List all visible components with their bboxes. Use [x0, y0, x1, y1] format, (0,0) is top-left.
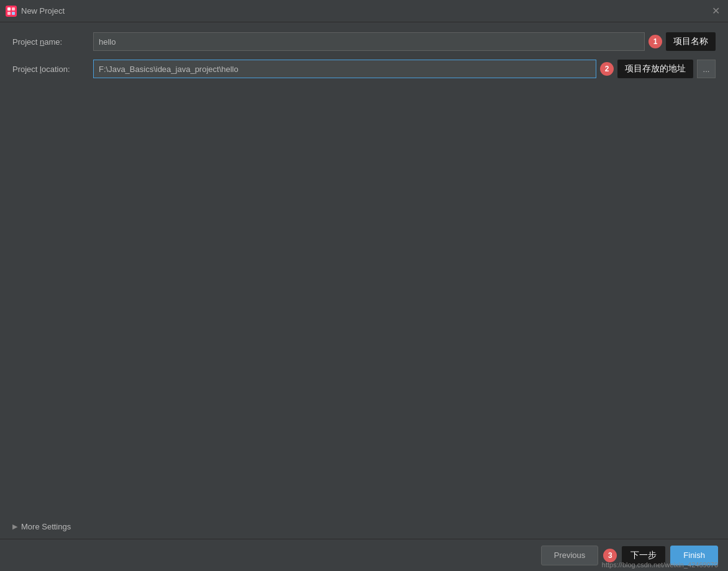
svg-rect-0 [6, 6, 17, 17]
bottom-bar: Previous 3 下一步 Finish https://blog.csdn.… [0, 539, 728, 571]
tooltip-project-name: 项目名称 [666, 32, 716, 51]
project-location-label: Project location: [12, 65, 87, 74]
new-project-dialog: New Project ✕ Project name: 1 项目名称 Proje… [0, 0, 728, 571]
url-watermark: https://blog.csdn.net/weixin_42469070 [602, 561, 718, 569]
close-button[interactable]: ✕ [708, 4, 723, 19]
app-icon [5, 5, 17, 17]
previous-button[interactable]: Previous [541, 546, 599, 565]
tooltip-project-location: 项目存放的地址 [617, 60, 693, 78]
more-settings-label: More Settings [21, 522, 71, 531]
more-settings-arrow-icon: ▶ [12, 523, 17, 531]
svg-rect-1 [7, 7, 11, 11]
badge-1: 1 [648, 35, 662, 48]
project-location-input-wrapper: 2 项目存放的地址 ... [93, 60, 716, 78]
svg-rect-2 [12, 7, 15, 11]
more-settings-row[interactable]: ▶ More Settings [12, 519, 71, 534]
project-name-row: Project name: 1 项目名称 [12, 32, 716, 51]
project-name-input[interactable] [93, 32, 645, 51]
svg-rect-4 [12, 12, 15, 15]
window-title: New Project [21, 6, 65, 16]
svg-rect-3 [7, 12, 11, 15]
title-bar: New Project ✕ [0, 0, 728, 22]
content-area: Project name: 1 项目名称 Project location: 2… [0, 22, 728, 539]
project-name-label: Project name: [12, 37, 87, 47]
badge-3: 3 [603, 549, 617, 562]
project-location-row: Project location: 2 项目存放的地址 ... [12, 60, 716, 78]
badge-2: 2 [600, 62, 614, 76]
browse-button[interactable]: ... [697, 60, 716, 78]
title-bar-left: New Project [5, 5, 65, 17]
project-name-input-wrapper: 1 项目名称 [93, 32, 716, 51]
project-location-input[interactable] [93, 60, 596, 78]
